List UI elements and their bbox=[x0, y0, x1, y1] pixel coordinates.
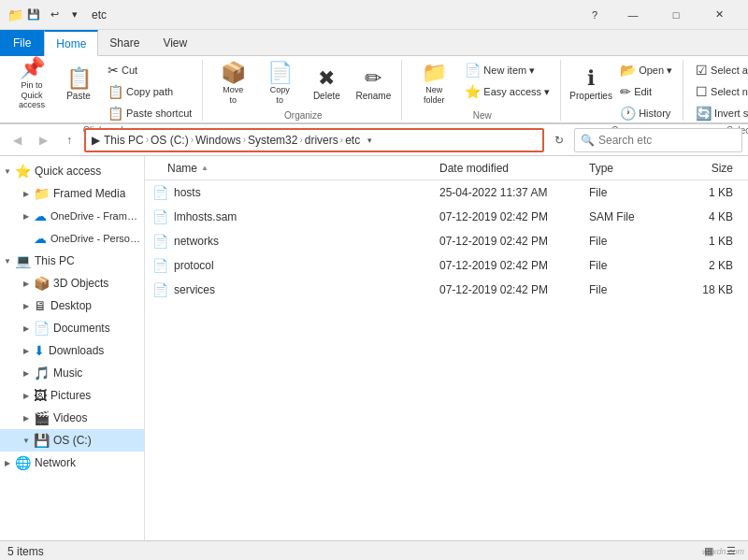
new-item-button[interactable]: 📄 New item ▾ bbox=[460, 60, 554, 80]
close-button[interactable]: ✕ bbox=[698, 0, 741, 30]
pin-to-quick-access-button[interactable]: 📌 Pin to Quickaccess bbox=[9, 60, 54, 108]
clipboard-col: ✂ Cut 📋 Copy path 📋 Paste shortcut bbox=[103, 60, 196, 123]
undo-quick-btn[interactable]: ↩ bbox=[45, 6, 64, 24]
tab-file[interactable]: File bbox=[0, 30, 44, 56]
copy-path-icon: 📋 bbox=[108, 84, 123, 99]
open-button[interactable]: 📂 Open ▾ bbox=[615, 60, 677, 80]
expand-os-c[interactable]: ▼ bbox=[19, 433, 34, 448]
history-button[interactable]: 🕐 History bbox=[615, 103, 677, 123]
file-size-protocol: 2 KB bbox=[683, 259, 748, 272]
move-to-button[interactable]: 📦 Moveto bbox=[210, 60, 255, 108]
expand-this-pc[interactable]: ▼ bbox=[0, 253, 15, 268]
file-type-lmhosts: SAM File bbox=[589, 210, 683, 223]
properties-button[interactable]: ℹ Properties bbox=[568, 60, 613, 108]
sidebar-item-downloads[interactable]: ▶ ⬇ Downloads bbox=[0, 339, 144, 362]
copy-to-button[interactable]: 📄 Copyto bbox=[257, 60, 302, 108]
back-button[interactable]: ◀ bbox=[6, 129, 28, 151]
col-header-size[interactable]: Size bbox=[683, 162, 748, 175]
expand-network[interactable]: ▶ bbox=[0, 455, 15, 470]
quick-access-toolbar: 📁 💾 ↩ ▾ bbox=[7, 6, 84, 24]
col-header-name[interactable]: Name ▲ bbox=[145, 162, 439, 175]
tab-share[interactable]: Share bbox=[98, 30, 151, 55]
new-col: 📄 New item ▾ ⭐ Easy access ▾ bbox=[460, 60, 554, 102]
expand-pictures[interactable]: ▶ bbox=[19, 388, 34, 403]
copy-path-button[interactable]: 📋 Copy path bbox=[103, 81, 196, 102]
this-pc-icon: 💻 bbox=[15, 253, 31, 268]
col-header-type[interactable]: Type bbox=[589, 162, 683, 175]
sidebar-item-onedrive-framed[interactable]: ▶ ☁ OneDrive - Framed Media bbox=[0, 205, 144, 227]
breadcrumb-system32-label: System32 bbox=[248, 134, 297, 147]
sidebar-item-os-c[interactable]: ▼ 💾 OS (C:) bbox=[0, 429, 144, 452]
sidebar-item-music[interactable]: ▶ 🎵 Music bbox=[0, 362, 144, 384]
network-icon: 🌐 bbox=[15, 455, 31, 470]
expand-music[interactable]: ▶ bbox=[19, 366, 34, 381]
sidebar-item-videos[interactable]: ▶ 🎬 Videos bbox=[0, 407, 144, 429]
col-header-date[interactable]: Date modified bbox=[439, 162, 589, 175]
minimize-button[interactable]: — bbox=[611, 0, 654, 30]
table-row[interactable]: 📄 services 07-12-2019 02:42 PM File 18 K… bbox=[145, 278, 748, 302]
expand-framed-media[interactable]: ▶ bbox=[19, 186, 34, 201]
ribbon-group-clipboard: 📌 Pin to Quickaccess 📋 Paste ✂ Cut 📋 Cop… bbox=[4, 60, 203, 121]
address-bar[interactable]: ▶ This PC › OS (C:) › Windows › System32… bbox=[84, 128, 544, 152]
paste-shortcut-button[interactable]: 📋 Paste shortcut bbox=[103, 103, 196, 123]
edit-button[interactable]: ✏ Edit bbox=[615, 81, 677, 102]
file-icon-networks: 📄 bbox=[152, 234, 168, 249]
breadcrumb-etc-label: etc bbox=[345, 134, 360, 147]
up-button[interactable]: ↑ bbox=[58, 129, 80, 151]
main-layout: ▼ ⭐ Quick access ▶ 📁 Framed Media ▶ ☁ On… bbox=[0, 156, 748, 540]
search-icon: 🔍 bbox=[581, 134, 595, 147]
expand-videos[interactable]: ▶ bbox=[19, 410, 34, 425]
breadcrumb-sep-4: › bbox=[299, 135, 302, 145]
breadcrumb-dropdown[interactable]: ▾ bbox=[362, 128, 377, 152]
expand-downloads[interactable]: ▶ bbox=[19, 343, 34, 358]
search-input[interactable] bbox=[598, 134, 739, 147]
sidebar-item-framed-media[interactable]: ▶ 📁 Framed Media bbox=[0, 182, 144, 205]
easy-access-button[interactable]: ⭐ Easy access ▾ bbox=[460, 81, 554, 102]
refresh-button[interactable]: ↻ bbox=[548, 129, 570, 151]
sidebar-item-desktop[interactable]: ▶ 🖥 Desktop bbox=[0, 294, 144, 317]
history-icon: 🕐 bbox=[620, 106, 636, 121]
tab-view[interactable]: View bbox=[151, 30, 199, 55]
breadcrumb-sep-2: › bbox=[191, 135, 194, 145]
window-controls: — □ ✕ bbox=[611, 0, 741, 30]
sidebar-item-quick-access[interactable]: ▼ ⭐ Quick access bbox=[0, 160, 144, 182]
cut-button[interactable]: ✂ Cut bbox=[103, 60, 196, 80]
expand-documents[interactable]: ▶ bbox=[19, 321, 34, 336]
delete-button[interactable]: ✖ Delete bbox=[304, 60, 349, 108]
qa-dropdown-btn[interactable]: ▾ bbox=[65, 6, 84, 24]
open-col: 📂 Open ▾ ✏ Edit 🕐 History bbox=[615, 60, 677, 123]
expand-3d-objects[interactable]: ▶ bbox=[19, 276, 34, 291]
ribbon-tabs: File Home Share View bbox=[0, 30, 748, 56]
save-quick-btn[interactable]: 💾 bbox=[24, 6, 43, 24]
new-folder-button[interactable]: 📁 Newfolder bbox=[410, 60, 458, 108]
sidebar-item-documents[interactable]: ▶ 📄 Documents bbox=[0, 317, 144, 339]
select-all-button[interactable]: ☑ Select all bbox=[691, 60, 748, 80]
rename-button[interactable]: ✏ Rename bbox=[351, 60, 396, 108]
select-none-button[interactable]: ☐ Select none bbox=[691, 81, 748, 102]
ribbon-group-select: ☑ Select all ☐ Select none 🔄 Invert sele… bbox=[685, 60, 748, 121]
table-row[interactable]: 📄 hosts 25-04-2022 11:37 AM File 1 KB bbox=[145, 180, 748, 205]
copy-icon: 📄 bbox=[267, 63, 293, 83]
table-row[interactable]: 📄 networks 07-12-2019 02:42 PM File 1 KB bbox=[145, 229, 748, 253]
expand-onedrive-framed[interactable]: ▶ bbox=[19, 208, 34, 223]
search-box[interactable]: 🔍 bbox=[574, 128, 742, 152]
help-button[interactable]: ? bbox=[585, 6, 604, 24]
forward-button[interactable]: ▶ bbox=[32, 129, 54, 151]
sidebar-item-network[interactable]: ▶ 🌐 Network bbox=[0, 452, 144, 474]
sidebar-label-documents: Documents bbox=[53, 322, 110, 335]
table-row[interactable]: 📄 protocol 07-12-2019 02:42 PM File 2 KB bbox=[145, 253, 748, 278]
table-row[interactable]: 📄 lmhosts.sam 07-12-2019 02:42 PM SAM Fi… bbox=[145, 205, 748, 229]
expand-quick-access[interactable]: ▼ bbox=[0, 164, 15, 179]
maximize-button[interactable]: □ bbox=[654, 0, 698, 30]
expand-desktop[interactable]: ▶ bbox=[19, 298, 34, 313]
invert-selection-button[interactable]: 🔄 Invert selection bbox=[691, 103, 748, 123]
tab-home[interactable]: Home bbox=[44, 30, 98, 56]
organize-label: Organize bbox=[284, 108, 323, 121]
file-icon-protocol: 📄 bbox=[152, 258, 168, 273]
paste-button[interactable]: 📋 Paste bbox=[56, 60, 101, 108]
sidebar-item-3d-objects[interactable]: ▶ 📦 3D Objects bbox=[0, 272, 144, 294]
sidebar-item-this-pc[interactable]: ▼ 💻 This PC bbox=[0, 250, 144, 272]
sidebar-item-pictures[interactable]: ▶ 🖼 Pictures bbox=[0, 384, 144, 407]
new-label: New bbox=[473, 108, 492, 121]
sidebar-item-onedrive-personal[interactable]: ▶ ☁ OneDrive - Personal bbox=[0, 227, 144, 250]
